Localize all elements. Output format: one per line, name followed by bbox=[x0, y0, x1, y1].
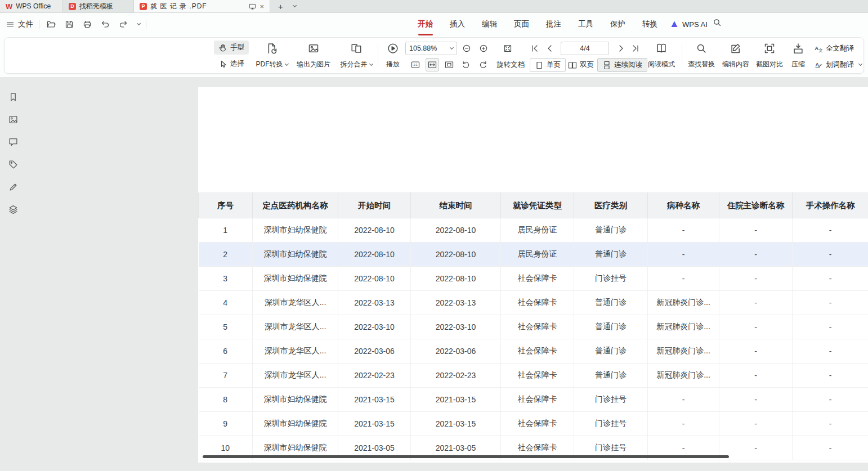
continuous-reading-button[interactable]: 连续阅读 bbox=[597, 58, 647, 72]
split-merge-button[interactable]: 拆分合并 bbox=[335, 41, 377, 71]
table-cell: 深圳市龙华区人... bbox=[253, 291, 338, 315]
open-file-button[interactable] bbox=[45, 18, 57, 30]
menu-tab-编辑[interactable]: 编辑 bbox=[473, 13, 505, 35]
continuous-reading-icon bbox=[602, 61, 611, 70]
undo-button[interactable] bbox=[99, 18, 111, 30]
tab-docer-template[interactable]: D 找稻壳模板 bbox=[63, 0, 134, 12]
layers-icon bbox=[8, 205, 18, 214]
export-as-image-label: 输出为图片 bbox=[297, 60, 330, 69]
docer-logo-icon: D bbox=[69, 3, 76, 10]
table-row: 3深圳市妇幼保健院2022-08-102022-08-10社会保障卡门诊挂号--… bbox=[199, 267, 868, 291]
zoom-out-button[interactable] bbox=[460, 42, 473, 55]
annotations-panel-button[interactable] bbox=[7, 159, 19, 170]
table-cell: 7 bbox=[199, 364, 253, 388]
table-cell: 门诊挂号 bbox=[574, 412, 648, 436]
table-cell: 门诊挂号 bbox=[574, 388, 648, 412]
fit-page-button[interactable] bbox=[442, 58, 456, 71]
table-cell: - bbox=[719, 315, 793, 339]
menu-tab-工具[interactable]: 工具 bbox=[570, 13, 602, 35]
first-page-button[interactable] bbox=[528, 42, 542, 55]
pdf-file-icon: P bbox=[140, 3, 147, 10]
layers-panel-button[interactable] bbox=[7, 204, 19, 215]
tab-list-chevron-icon[interactable] bbox=[293, 3, 297, 7]
full-text-translate-button[interactable]: A文 全文翻译 bbox=[814, 42, 854, 55]
menu-tab-保护[interactable]: 保护 bbox=[602, 13, 634, 35]
rotate-document-button[interactable]: 旋转文档 bbox=[496, 58, 525, 71]
find-replace-button[interactable]: 查找替换 bbox=[684, 41, 719, 71]
next-page-button[interactable] bbox=[614, 42, 628, 55]
page-number-input[interactable]: 4/4 bbox=[561, 42, 609, 55]
redo-button[interactable] bbox=[117, 18, 129, 30]
fit-window-button[interactable] bbox=[501, 42, 514, 55]
menu-tab-页面[interactable]: 页面 bbox=[505, 13, 538, 35]
previous-page-button[interactable] bbox=[543, 42, 557, 55]
menu-tab-开始[interactable]: 开始 bbox=[409, 13, 441, 35]
tab-wps-office-label: WPS Office bbox=[16, 2, 51, 10]
play-label: 播放 bbox=[386, 60, 400, 69]
table-cell: 新冠肺炎门诊... bbox=[648, 339, 719, 364]
play-button[interactable]: 播放 bbox=[381, 41, 405, 71]
file-menu-button[interactable]: 文件 bbox=[6, 19, 33, 29]
export-as-image-button[interactable]: 输出为图片 bbox=[292, 41, 335, 71]
pdf-page: 序号定点医药机构名称开始时间结束时间就诊凭证类型医疗类别病种名称住院主诊断名称手… bbox=[198, 87, 868, 463]
thumbnails-panel-button[interactable] bbox=[7, 114, 19, 125]
rotate-right-button[interactable] bbox=[476, 58, 490, 71]
table-cell: 2022-08-10 bbox=[338, 218, 411, 243]
find-replace-icon bbox=[696, 43, 707, 54]
translate-icon: A文 bbox=[814, 44, 823, 53]
pdf-convert-button[interactable]: PDF转换 bbox=[252, 41, 292, 71]
table-cell: 2021-03-15 bbox=[338, 388, 411, 412]
table-cell: 普通门诊 bbox=[574, 339, 648, 364]
fit-width-button[interactable] bbox=[426, 58, 439, 71]
menu-tab-批注[interactable]: 批注 bbox=[538, 13, 570, 35]
horizontal-scrollbar-thumb[interactable] bbox=[203, 455, 729, 458]
pdf-convert-icon bbox=[266, 43, 278, 54]
word-translate-label: 划词翻译 bbox=[826, 60, 854, 70]
print-button[interactable] bbox=[81, 18, 93, 30]
zoom-out-icon bbox=[462, 44, 471, 53]
undo-history-chevron-icon[interactable] bbox=[137, 21, 141, 25]
document-workspace: 序号定点医药机构名称开始时间结束时间就诊凭证类型医疗类别病种名称住院主诊断名称手… bbox=[0, 77, 868, 471]
table-cell: 2022-08-10 bbox=[338, 267, 411, 291]
previous-page-icon bbox=[545, 44, 554, 53]
actual-size-button[interactable]: 1:1 bbox=[409, 58, 422, 71]
table-cell: 2021-03-15 bbox=[411, 412, 501, 436]
tab-document[interactable]: P 就 医 记 录 .PDF × bbox=[134, 0, 270, 12]
table-cell: 深圳市龙华区人... bbox=[253, 339, 338, 364]
new-tab-button[interactable]: + bbox=[278, 2, 283, 11]
last-page-button[interactable] bbox=[629, 42, 642, 55]
column-header: 开始时间 bbox=[338, 193, 411, 218]
split-merge-chevron-icon bbox=[369, 61, 373, 65]
comment-bubble-icon bbox=[8, 137, 18, 147]
word-translate-button[interactable]: A 划词翻译 bbox=[814, 58, 862, 71]
table-cell: - bbox=[793, 243, 868, 267]
screen-cast-icon[interactable] bbox=[249, 3, 256, 10]
table-cell: - bbox=[793, 364, 868, 388]
reading-mode-button[interactable]: 阅读模式 bbox=[645, 41, 678, 71]
select-tool-button[interactable]: 选择 bbox=[214, 57, 249, 71]
table-cell: 新冠肺炎门诊... bbox=[648, 364, 719, 388]
wps-ai-button[interactable]: WPS AI bbox=[670, 13, 708, 35]
zoom-in-button[interactable] bbox=[477, 42, 490, 55]
zoom-level-combobox[interactable]: 105.88% bbox=[405, 42, 457, 55]
tab-wps-office[interactable]: W WPS Office bbox=[0, 0, 63, 12]
menubar-tabs: 开始插入编辑页面批注工具保护转换 bbox=[409, 13, 666, 35]
save-button[interactable] bbox=[63, 18, 75, 30]
menu-tab-插入[interactable]: 插入 bbox=[441, 13, 473, 35]
compress-button[interactable]: 压缩 bbox=[786, 41, 811, 71]
menu-tab-转换[interactable]: 转换 bbox=[634, 13, 666, 35]
word-translate-chevron-icon bbox=[858, 62, 862, 66]
close-tab-icon[interactable]: × bbox=[259, 2, 264, 11]
rotate-left-button[interactable] bbox=[459, 58, 473, 71]
bookmarks-panel-button[interactable] bbox=[7, 91, 19, 102]
table-cell: - bbox=[793, 412, 868, 436]
hand-tool-button[interactable]: 手型 bbox=[214, 41, 249, 55]
edit-pencil-icon bbox=[730, 43, 741, 54]
screenshot-compare-button[interactable]: 截图对比 bbox=[752, 41, 787, 71]
single-page-button[interactable]: 单页 bbox=[530, 58, 566, 72]
table-row: 2深圳市妇幼保健院2022-08-102022-08-10居民身份证普通门诊--… bbox=[199, 243, 868, 267]
highlight-panel-button[interactable] bbox=[7, 181, 19, 192]
comments-panel-button[interactable] bbox=[7, 136, 19, 147]
edit-content-button[interactable]: 编辑内容 bbox=[718, 41, 753, 71]
menubar-search-button[interactable] bbox=[713, 18, 722, 29]
